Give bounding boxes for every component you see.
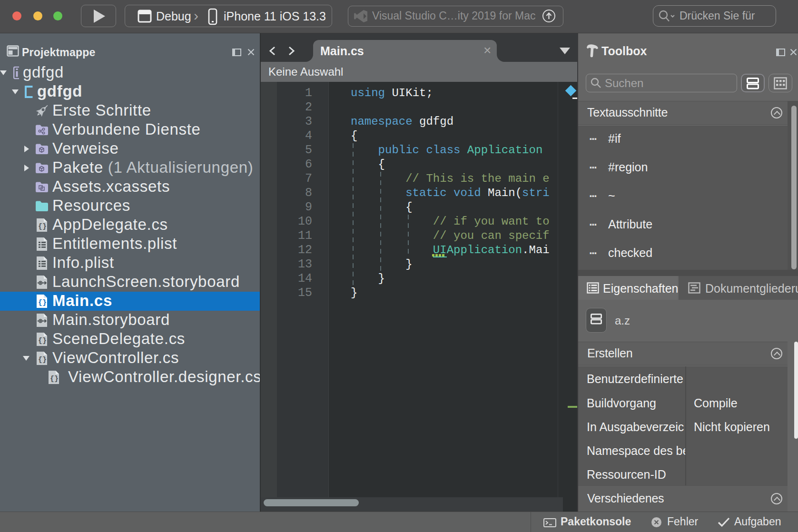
svg-text:{}: {} bbox=[38, 356, 47, 364]
svg-text:{}: {} bbox=[50, 375, 59, 383]
svg-text:{}: {} bbox=[38, 337, 47, 345]
svg-text:{}: {} bbox=[38, 299, 47, 307]
svg-text:{}: {} bbox=[38, 223, 47, 231]
